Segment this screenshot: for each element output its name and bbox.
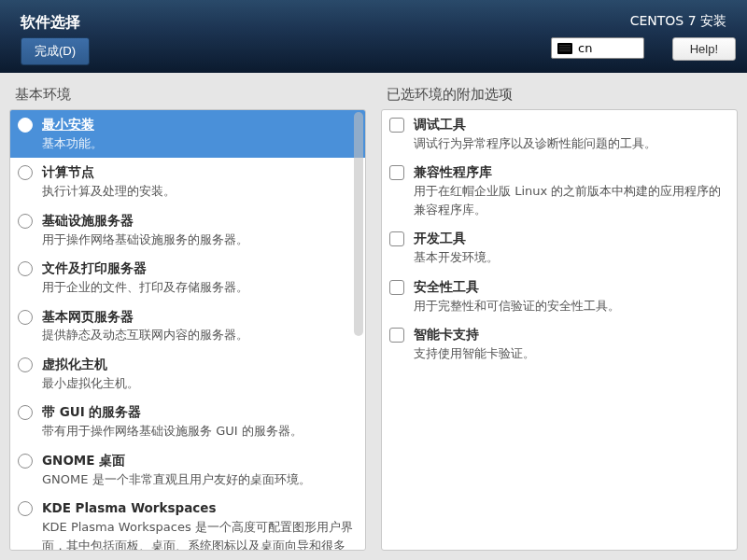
keyboard-icon [557,43,572,54]
option-desc: 支持使用智能卡验证。 [414,344,727,363]
keyboard-layout-indicator[interactable]: cn [551,37,644,59]
option-title: GNOME 桌面 [42,452,356,469]
option-desc: 基本开发环境。 [414,248,727,267]
option-desc: KDE Plasma Workspaces 是一个高度可配置图形用户界面，其中包… [42,518,356,551]
environment-option[interactable]: 虚拟化主机最小虚拟化主机。 [10,350,365,398]
environment-option[interactable]: GNOME 桌面GNOME 是一个非常直观且用户友好的桌面环境。 [10,446,365,494]
option-title: 基础设施服务器 [42,212,356,230]
scrollbar[interactable] [354,112,363,336]
checkbox[interactable] [389,280,404,295]
option-text: 最小安装基本功能。 [42,116,356,152]
option-desc: 提供静态及动态互联网内容的服务器。 [42,326,356,344]
option-title: 计算节点 [42,163,356,181]
option-desc: 执行计算及处理的安装。 [42,182,356,201]
option-title: 开发工具 [414,230,727,247]
header: 软件选择 完成(D) CENTOS 7 安装 cn Help! [0,0,747,73]
option-text: 文件及打印服务器用于企业的文件、打印及存储服务器。 [42,259,356,296]
option-title: 基本网页服务器 [42,308,356,326]
base-environment-column: 基本环境 最小安装基本功能。计算节点执行计算及处理的安装。基础设施服务器用于操作… [9,86,366,551]
option-text: 基础设施服务器用于操作网络基础设施服务的服务器。 [42,212,356,248]
checkbox[interactable] [389,231,404,246]
done-button[interactable]: 完成(D) [21,37,90,65]
radio-button[interactable] [18,357,33,372]
option-desc: 用于完整性和可信验证的安全性工具。 [414,297,727,315]
page-title: 软件选择 [21,13,80,33]
help-button[interactable]: Help! [672,37,736,61]
option-text: 虚拟化主机最小虚拟化主机。 [42,356,356,392]
option-title: KDE Plasma Workspaces [42,499,356,517]
option-title: 最小安装 [42,116,356,133]
radio-button[interactable] [18,261,33,276]
radio-button[interactable] [18,454,33,469]
option-desc: 最小虚拟化主机。 [42,374,356,393]
installer-title: CENTOS 7 安装 [630,13,726,30]
option-text: 带 GUI 的服务器带有用于操作网络基础设施服务 GUI 的服务器。 [42,403,356,440]
option-title: 虚拟化主机 [42,356,356,373]
option-title: 带 GUI 的服务器 [42,403,356,421]
option-desc: 调试行为异常程序以及诊断性能问题的工具。 [414,134,727,153]
addon-option[interactable]: 智能卡支持支持使用智能卡验证。 [382,320,737,368]
addons-title: 已选环境的附加选项 [387,86,738,104]
radio-button[interactable] [18,310,33,325]
option-desc: 基本功能。 [42,134,356,153]
base-environment-list[interactable]: 最小安装基本功能。计算节点执行计算及处理的安装。基础设施服务器用于操作网络基础设… [9,109,366,551]
environment-option[interactable]: 最小安装基本功能。 [10,110,365,158]
option-title: 安全性工具 [414,278,727,296]
environment-option[interactable]: 文件及打印服务器用于企业的文件、打印及存储服务器。 [10,254,365,301]
option-title: 调试工具 [414,116,727,133]
option-desc: 用于操作网络基础设施服务的服务器。 [42,231,356,249]
option-title: 兼容性程序库 [414,163,727,181]
environment-option[interactable]: 基础设施服务器用于操作网络基础设施服务的服务器。 [10,206,365,254]
environment-option[interactable]: KDE Plasma WorkspacesKDE Plasma Workspac… [10,494,365,551]
option-text: 开发工具基本开发环境。 [414,230,727,266]
option-text: GNOME 桌面GNOME 是一个非常直观且用户友好的桌面环境。 [42,452,356,488]
main-content: 基本环境 最小安装基本功能。计算节点执行计算及处理的安装。基础设施服务器用于操作… [0,73,747,560]
radio-button[interactable] [18,165,33,180]
option-text: 智能卡支持支持使用智能卡验证。 [414,326,727,362]
addons-column: 已选环境的附加选项 调试工具调试行为异常程序以及诊断性能问题的工具。兼容性程序库… [381,86,738,551]
option-text: 安全性工具用于完整性和可信验证的安全性工具。 [414,278,727,315]
addon-option[interactable]: 开发工具基本开发环境。 [382,224,737,272]
environment-option[interactable]: 带 GUI 的服务器带有用于操作网络基础设施服务 GUI 的服务器。 [10,398,365,445]
addons-list[interactable]: 调试工具调试行为异常程序以及诊断性能问题的工具。兼容性程序库用于在红帽企业版 L… [381,109,738,551]
base-environment-title: 基本环境 [15,86,366,104]
addon-option[interactable]: 安全性工具用于完整性和可信验证的安全性工具。 [382,273,737,320]
option-text: 计算节点执行计算及处理的安装。 [42,163,356,200]
option-title: 文件及打印服务器 [42,259,356,277]
addon-option[interactable]: 兼容性程序库用于在红帽企业版 Linux 的之前版本中构建的应用程序的兼容程序库… [382,158,737,224]
option-desc: 用于企业的文件、打印及存储服务器。 [42,278,356,297]
radio-button[interactable] [18,118,33,133]
option-title: 智能卡支持 [414,326,727,343]
addon-option[interactable]: 调试工具调试行为异常程序以及诊断性能问题的工具。 [382,110,737,158]
radio-button[interactable] [18,501,33,516]
environment-option[interactable]: 基本网页服务器提供静态及动态互联网内容的服务器。 [10,302,365,350]
checkbox[interactable] [389,118,404,133]
option-text: 调试工具调试行为异常程序以及诊断性能问题的工具。 [414,116,727,152]
keyboard-layout-label: cn [578,41,592,55]
environment-option[interactable]: 计算节点执行计算及处理的安装。 [10,158,365,205]
option-desc: 用于在红帽企业版 Linux 的之前版本中构建的应用程序的兼容程序库。 [414,182,727,218]
option-text: 基本网页服务器提供静态及动态互联网内容的服务器。 [42,308,356,344]
checkbox[interactable] [389,328,404,343]
option-text: KDE Plasma WorkspacesKDE Plasma Workspac… [42,499,356,551]
option-desc: 带有用于操作网络基础设施服务 GUI 的服务器。 [42,422,356,441]
checkbox[interactable] [389,165,404,180]
radio-button[interactable] [18,405,33,420]
option-desc: GNOME 是一个非常直观且用户友好的桌面环境。 [42,470,356,489]
option-text: 兼容性程序库用于在红帽企业版 Linux 的之前版本中构建的应用程序的兼容程序库… [414,163,727,218]
radio-button[interactable] [18,214,33,229]
